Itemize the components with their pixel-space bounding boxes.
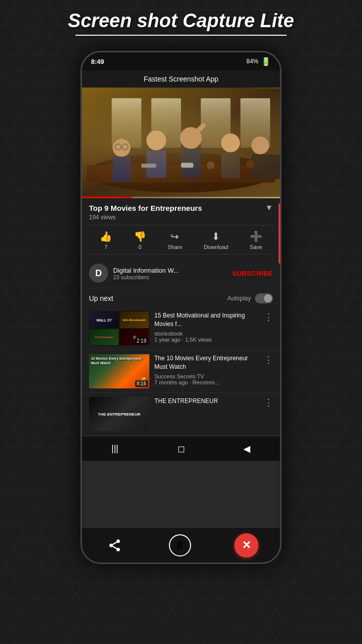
video-item-stats-2: 7 months ago · Recomm... (154, 379, 259, 385)
download-label: Download (204, 244, 228, 250)
bottom-toolbar: 🗑 ✕ (82, 527, 280, 562)
share-icon: ↪ (170, 230, 179, 243)
video-meta-2: The 10 Movies Every Entrepreneur Must Wa… (154, 354, 259, 385)
like-button[interactable]: 👍 7 (100, 230, 112, 250)
battery-icon: 🔋 (261, 57, 271, 66)
recent-apps-button[interactable]: ||| (101, 439, 128, 458)
video-item-channel-1: storiesbook (154, 331, 259, 337)
save-button[interactable]: ➕ Save (250, 230, 262, 250)
list-item[interactable]: 10 Movies Every Entrepreneur Must Watch … (82, 350, 280, 393)
svg-point-27 (110, 543, 113, 547)
video-progress-bar[interactable] (82, 197, 280, 198)
video-views: 194 views (89, 214, 273, 221)
video-thumbnail-3: THE ENTREPRENEUR (89, 397, 149, 431)
status-time: 8:49 (91, 58, 104, 65)
scroll-indicator (279, 203, 282, 264)
video-item-title-3: THE ENTREPRENEUR (154, 397, 259, 406)
subscribe-button[interactable]: SUBSCRIBE (232, 270, 273, 277)
autoplay-row: Autoplay (227, 293, 273, 303)
download-button[interactable]: ⬇ Download (204, 230, 228, 250)
video-duration-1: 2:19 (135, 338, 148, 344)
video-item-stats-1: 1 year ago · 1.5K views (154, 337, 259, 343)
autoplay-label: Autoplay (227, 295, 251, 302)
channel-avatar: D (89, 264, 108, 283)
share-icon (108, 538, 122, 552)
autoplay-toggle[interactable] (255, 293, 273, 303)
video-player[interactable] (82, 88, 280, 198)
channel-row: D Digital Information W... 23 subscriber… (82, 259, 280, 288)
video-thumbnail-1: WALL ST Erin Brockovich The Founder 🎬 2:… (89, 311, 149, 346)
dislike-count: 0 (138, 244, 141, 250)
phone-notch (148, 52, 214, 66)
navigation-bar: ||| ◻ ◀ (82, 436, 280, 461)
video-thumbnail (82, 88, 280, 198)
video-thumbnail-2: 10 Movies Every Entrepreneur Must Watch … (89, 354, 149, 388)
share-button[interactable]: ↪ Share (167, 230, 182, 250)
phone-app-bar: Fastest Screenshot App (82, 70, 280, 88)
home-button[interactable]: ◻ (167, 439, 195, 458)
related-videos-list: WALL ST Erin Brockovich The Founder 🎬 2:… (82, 307, 280, 436)
save-label: Save (250, 244, 262, 250)
more-options-icon-2[interactable]: ⋮ (264, 354, 273, 365)
share-label: Share (167, 244, 182, 250)
svg-point-26 (117, 539, 120, 543)
save-icon: ➕ (250, 230, 262, 243)
up-next-header: Up next Autoplay (82, 288, 280, 307)
svg-point-28 (117, 547, 120, 551)
video-progress-fill (82, 197, 132, 198)
toggle-knob (264, 294, 272, 302)
svg-line-30 (113, 542, 117, 544)
up-next-label: Up next (89, 294, 113, 302)
dislike-button[interactable]: 👎 0 (134, 230, 146, 250)
close-icon: ✕ (242, 539, 251, 552)
svg-line-29 (113, 546, 117, 548)
video-item-channel-2: Success Secrets TV (154, 373, 259, 379)
video-item-title-2: The 10 Movies Every Entrepreneur Must Wa… (154, 354, 259, 371)
video-duration-2: 8:16 (135, 380, 148, 387)
trash-icon: 🗑 (175, 539, 185, 551)
video-meta-3: THE ENTREPRENEUR (154, 397, 259, 408)
video-item-title-1: 15 Best Motivational and Inspiring Movie… (154, 311, 259, 329)
status-right: 84% 🔋 (246, 57, 271, 66)
share-toolbar-button[interactable] (104, 534, 126, 556)
more-options-icon-1[interactable]: ⋮ (264, 311, 273, 323)
video-meta-1: 15 Best Motivational and Inspiring Movie… (154, 311, 259, 343)
phone-device: 8:49 84% 🔋 Fastest Screenshot App (80, 51, 282, 564)
channel-info: Digital Information W... 23 subscribers (113, 267, 232, 280)
status-bar: 8:49 84% 🔋 (82, 52, 280, 70)
action-buttons-row: 👍 7 👎 0 ↪ Share ⬇ Download ➕ Save (89, 225, 273, 255)
status-battery: 84% (246, 58, 258, 65)
like-count: 7 (105, 244, 108, 250)
dislike-icon: 👎 (134, 230, 146, 243)
channel-subscribers: 23 subscribers (113, 274, 232, 280)
like-icon: 👍 (100, 230, 112, 243)
channel-name: Digital Information W... (113, 267, 232, 274)
app-title: Screen shot Capture Lite (5, 10, 357, 32)
list-item[interactable]: WALL ST Erin Brockovich The Founder 🎬 2:… (82, 307, 280, 350)
list-item[interactable]: THE ENTREPRENEUR THE ENTREPRENEUR ⋮ (82, 393, 280, 436)
close-toolbar-button[interactable]: ✕ (234, 533, 258, 557)
title-underline (75, 35, 287, 36)
back-button[interactable]: ◀ (233, 439, 260, 458)
video-title: Top 9 Movies for Entrepreneurs (89, 204, 261, 212)
phone-app-bar-title: Fastest Screenshot App (144, 75, 219, 83)
video-info-section: Top 9 Movies for Entrepreneurs ▼ 194 vie… (82, 198, 280, 259)
download-icon: ⬇ (212, 230, 220, 243)
more-options-icon-3[interactable]: ⋮ (264, 397, 273, 408)
delete-toolbar-button[interactable]: 🗑 (169, 534, 191, 556)
dropdown-arrow-icon[interactable]: ▼ (265, 203, 273, 212)
